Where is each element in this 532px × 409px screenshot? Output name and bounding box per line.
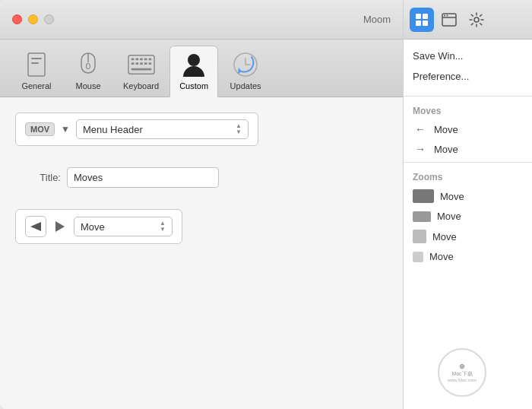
move-right-label: Move	[434, 144, 458, 155]
svg-point-18	[188, 54, 200, 66]
move-select-label: Move	[81, 221, 105, 233]
svg-rect-25	[416, 21, 421, 26]
svg-rect-10	[144, 58, 147, 60]
svg-rect-26	[423, 21, 428, 26]
svg-marker-22	[55, 221, 65, 232]
move-left-label: Move	[434, 124, 458, 135]
zoom-icon-2	[413, 211, 431, 222]
title-input[interactable]	[67, 167, 219, 188]
menu-header-label: Menu Header	[83, 124, 143, 135]
svg-rect-14	[140, 62, 143, 65]
right-toolbar	[404, 0, 532, 40]
svg-rect-23	[416, 14, 421, 19]
svg-rect-2	[31, 62, 39, 64]
divider-2	[404, 162, 532, 163]
tab-updates[interactable]: Updates	[221, 46, 270, 97]
save-window-label: Save Win...	[413, 50, 463, 62]
svg-rect-7	[131, 58, 134, 60]
mouse-icon	[74, 51, 102, 78]
tab-updates-label: Updates	[230, 81, 261, 90]
keyboard-icon	[128, 51, 155, 78]
move-right-item[interactable]: → Move	[404, 139, 532, 159]
tab-mouse-label: Mouse	[75, 81, 100, 90]
divider-1	[404, 96, 532, 97]
title-bar: Moom	[0, 0, 403, 40]
close-button[interactable]	[12, 14, 22, 24]
updates-icon	[232, 51, 259, 78]
svg-point-5	[87, 64, 90, 69]
tab-general[interactable]: General	[12, 46, 61, 97]
zoom-label-2: Move	[437, 211, 461, 222]
svg-rect-11	[148, 58, 151, 60]
minimize-button[interactable]	[28, 14, 38, 24]
content-area: MOV ▼ Menu Header ▲ ▼ Title:	[0, 97, 403, 409]
left-arrow-button[interactable]	[25, 216, 46, 237]
zoom-item-1[interactable]: Move	[404, 185, 532, 207]
zoom-label-1: Move	[440, 191, 464, 202]
mov-dropdown-arrow[interactable]: ▼	[61, 124, 70, 135]
tab-mouse[interactable]: Mouse	[64, 46, 112, 97]
main-window: Moom General Mouse	[0, 0, 403, 409]
svg-rect-13	[135, 62, 138, 65]
svg-rect-0	[28, 53, 45, 76]
zoom-icon-4	[413, 252, 423, 262]
moves-section-title: Moves	[404, 100, 532, 119]
title-row: Title:	[15, 158, 388, 197]
svg-point-30	[447, 14, 448, 16]
move-select[interactable]: Move ▲ ▼	[74, 217, 173, 236]
right-arrow-icon: →	[413, 143, 428, 155]
zoom-item-3[interactable]: Move	[404, 226, 532, 247]
moom-toolbar-icon[interactable]	[410, 8, 434, 32]
preferences-label: Preference...	[413, 71, 469, 82]
mov-badge: MOV	[25, 122, 55, 136]
moves-section: Moves ← Move → Move	[404, 100, 532, 159]
settings-toolbar-icon[interactable]	[464, 8, 489, 32]
play-button[interactable]	[52, 219, 68, 234]
zooms-section-title: Zooms	[404, 166, 532, 185]
window-toolbar-icon[interactable]	[437, 8, 461, 32]
zoom-label-3: Move	[432, 231, 457, 243]
zoom-icon-1	[413, 189, 434, 203]
svg-rect-1	[31, 58, 42, 59]
tab-custom-label: Custom	[179, 81, 208, 90]
svg-rect-15	[144, 62, 147, 65]
svg-rect-9	[140, 58, 143, 60]
menu-header-select[interactable]: Menu Header ▲ ▼	[76, 119, 249, 139]
tab-custom[interactable]: Custom	[169, 46, 218, 97]
preferences-item[interactable]: Preference...	[404, 66, 532, 87]
svg-rect-16	[148, 62, 151, 65]
save-window-item[interactable]: Save Win...	[404, 46, 532, 66]
tab-keyboard-label: Keyboard	[123, 81, 159, 90]
move-stepper: ▲ ▼	[160, 220, 166, 233]
svg-marker-20	[238, 68, 242, 74]
toolbar: General Mouse	[0, 40, 403, 97]
tab-general-label: General	[21, 81, 51, 90]
left-arrow-icon: ←	[413, 123, 428, 135]
zoom-item-2[interactable]: Move	[404, 207, 532, 226]
svg-rect-8	[135, 58, 138, 60]
svg-point-29	[444, 14, 445, 16]
traffic-lights	[12, 14, 54, 24]
zoom-item-4[interactable]: Move	[404, 247, 532, 266]
svg-rect-24	[423, 14, 428, 19]
right-panel: Save Win... Preference... Moves ← Move →…	[403, 0, 532, 409]
tab-keyboard[interactable]: Keyboard	[116, 46, 166, 97]
move-left-item[interactable]: ← Move	[404, 119, 532, 139]
zoom-label-4: Move	[429, 251, 454, 262]
svg-point-31	[474, 17, 479, 22]
right-menu: Save Win... Preference...	[404, 40, 532, 93]
zooms-section: Zooms Move Move Move Move	[404, 166, 532, 266]
menu-type-row: MOV ▼ Menu Header ▲ ▼	[15, 113, 258, 146]
general-icon	[23, 51, 50, 78]
zoom-icon-3	[413, 230, 426, 243]
svg-rect-17	[131, 68, 151, 71]
maximize-button[interactable]	[44, 14, 54, 24]
action-row: Move ▲ ▼	[15, 209, 182, 244]
select-stepper: ▲ ▼	[236, 123, 242, 135]
window-title: Moom	[363, 14, 391, 25]
svg-rect-12	[131, 62, 134, 65]
custom-icon	[180, 51, 207, 78]
svg-marker-21	[30, 222, 41, 231]
title-label: Title:	[30, 172, 61, 183]
